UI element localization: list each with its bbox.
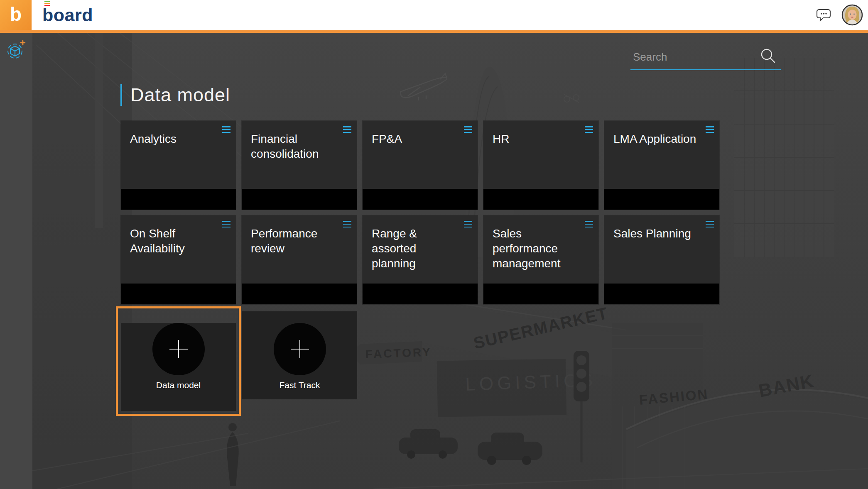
tile-range-assorted-planning[interactable]: Range & assorted planning xyxy=(363,215,478,304)
tile-menu-icon[interactable] xyxy=(222,126,230,133)
tile-preview-strip xyxy=(242,284,357,304)
page-title: Data model xyxy=(120,84,230,106)
tile-analytics[interactable]: Analytics xyxy=(121,121,236,210)
plus-icon xyxy=(169,340,188,358)
tile-preview-strip xyxy=(363,284,478,304)
left-sidebar xyxy=(0,33,32,489)
tile-add-fast-track[interactable]: Fast Track xyxy=(242,311,357,399)
tile-label: Performance review xyxy=(242,215,336,256)
tile-menu-icon[interactable] xyxy=(585,126,593,133)
tile-financial-consolidation[interactable]: Financial consolidation xyxy=(242,121,357,210)
tile-label: Sales performance management xyxy=(483,215,578,271)
board-wordmark-text: board xyxy=(42,6,93,24)
tile-preview-strip xyxy=(363,189,478,210)
selected-tile-outline: Data model xyxy=(116,306,241,416)
tile-preview-strip xyxy=(604,189,719,210)
search-icon[interactable] xyxy=(760,48,777,66)
tile-menu-icon[interactable] xyxy=(585,221,593,227)
tile-preview-strip xyxy=(121,189,236,210)
tile-preview-strip xyxy=(604,284,719,304)
chat-bubble-icon xyxy=(817,8,831,22)
add-circle[interactable] xyxy=(152,323,205,375)
board-app-window: SUPERMARKET LOGISTICS FACTORY FASHION BA… xyxy=(0,0,868,489)
tile-label: Range & assorted planning xyxy=(363,215,457,271)
board-logo-letter: b xyxy=(10,5,22,24)
tile-add-data-model[interactable]: Data model xyxy=(121,323,236,411)
tile-menu-icon[interactable] xyxy=(464,221,472,227)
board-wordmark-stripes-icon xyxy=(44,1,50,6)
tile-menu-icon[interactable] xyxy=(343,126,351,133)
tile-label: FP&A xyxy=(363,121,457,147)
tile-menu-icon[interactable] xyxy=(222,221,230,227)
tile-sales-planning[interactable]: Sales Planning xyxy=(604,215,719,304)
tile-menu-icon[interactable] xyxy=(706,126,714,133)
tile-hr[interactable]: HR xyxy=(483,121,598,210)
tile-label: Sales Planning xyxy=(604,215,699,241)
plus-icon xyxy=(291,340,309,358)
tile-preview-strip xyxy=(242,189,357,210)
tile-label: Analytics xyxy=(121,121,216,147)
top-header: b board xyxy=(0,0,868,33)
tile-on-shelf-availability[interactable]: On Shelf Availability xyxy=(121,215,236,304)
user-avatar[interactable] xyxy=(841,4,863,26)
bg-sign-factory: FACTORY xyxy=(365,345,432,361)
tile-preview-strip xyxy=(483,189,598,210)
search-input[interactable] xyxy=(630,51,781,70)
tile-label: HR xyxy=(483,121,578,147)
page-title-accent-bar xyxy=(120,84,122,106)
add-tile-label: Data model xyxy=(121,380,236,390)
tile-label: LMA Application xyxy=(604,121,699,147)
add-circle[interactable] xyxy=(274,323,326,375)
tile-row-2: On Shelf Availability Performance review… xyxy=(121,215,719,304)
tile-menu-icon[interactable] xyxy=(464,126,472,133)
board-logo-square[interactable]: b xyxy=(0,0,32,30)
data-model-cube-icon xyxy=(6,39,26,60)
tile-lma-application[interactable]: LMA Application xyxy=(604,121,719,210)
sidebar-data-model-button[interactable] xyxy=(6,39,26,61)
add-tile-label: Fast Track xyxy=(242,380,357,390)
tile-preview-strip xyxy=(483,284,598,304)
page-title-text: Data model xyxy=(130,85,230,105)
tile-performance-review[interactable]: Performance review xyxy=(242,215,357,304)
board-wordmark: board xyxy=(42,6,93,24)
chat-button[interactable] xyxy=(817,8,831,22)
user-avatar-image xyxy=(841,4,863,26)
tile-menu-icon[interactable] xyxy=(343,221,351,227)
tile-preview-strip xyxy=(121,284,236,304)
tile-row-1: Analytics Financial consolidation FP&A H… xyxy=(121,121,719,210)
tile-menu-icon[interactable] xyxy=(706,221,714,227)
search-bar xyxy=(630,51,781,70)
tile-sales-performance-management[interactable]: Sales performance management xyxy=(483,215,598,304)
tile-label: Financial consolidation xyxy=(242,121,336,161)
tile-label: On Shelf Availability xyxy=(121,215,216,256)
tile-fpa[interactable]: FP&A xyxy=(363,121,478,210)
